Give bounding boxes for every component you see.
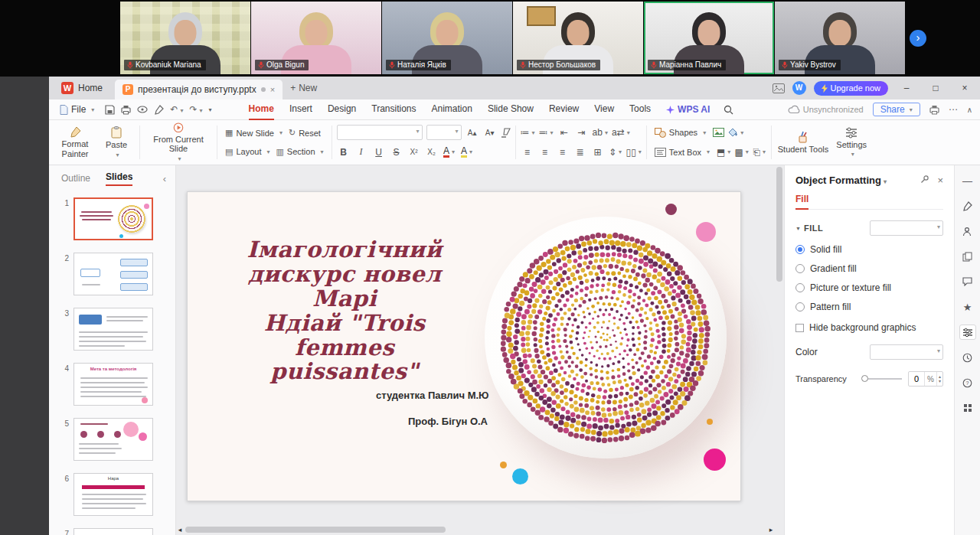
- dotted-sphere-graphic[interactable]: [485, 217, 727, 458]
- paste-button[interactable]: Paste: [96, 122, 136, 162]
- theme-skin-icon[interactable]: [773, 83, 785, 93]
- fill-option-row[interactable]: Solid fill: [795, 244, 943, 255]
- home-tab[interactable]: W Home: [49, 77, 115, 99]
- proofing-person-icon[interactable]: [959, 223, 976, 239]
- menu-review[interactable]: Review: [549, 99, 579, 120]
- line-spacing-icon[interactable]: ⇕: [609, 145, 622, 159]
- tab-slides[interactable]: Slides: [106, 171, 132, 186]
- favorites-star-icon[interactable]: ★: [959, 299, 976, 315]
- underline-button[interactable]: U: [372, 145, 386, 159]
- object-settings-icon[interactable]: [959, 325, 976, 340]
- font-color-button[interactable]: A: [443, 145, 456, 159]
- insert-picture-icon[interactable]: [713, 128, 724, 137]
- scroll-left-icon[interactable]: ◂: [176, 526, 184, 533]
- section-button[interactable]: ▥Section: [273, 143, 326, 160]
- radio-picture-texture-fill[interactable]: [795, 283, 805, 292]
- hide-background-row[interactable]: Hide background graphics: [795, 322, 943, 333]
- fill-color-icon[interactable]: [728, 126, 743, 139]
- menu-wps-ai[interactable]: WPS AI: [666, 104, 710, 115]
- comment-icon[interactable]: [959, 274, 976, 289]
- new-tab-button[interactable]: + New: [290, 83, 317, 93]
- decrease-indent-icon[interactable]: ⇤: [557, 126, 571, 139]
- more-options-icon[interactable]: ⋯: [949, 104, 958, 115]
- slide-thumbnail[interactable]: [74, 308, 153, 351]
- new-slide-button[interactable]: ▦New Slide: [222, 125, 286, 142]
- quick-print-icon[interactable]: [929, 105, 939, 115]
- distribute-icon[interactable]: ⊞: [591, 145, 605, 159]
- clear-format-icon[interactable]: [501, 128, 511, 138]
- slide-title[interactable]: Імагологічний дискурс новел Марі Ндіай "…: [218, 238, 471, 384]
- student-tools-button[interactable]: Student Tools: [775, 122, 831, 162]
- menu-design[interactable]: Design: [328, 99, 356, 120]
- strikethrough-button[interactable]: S: [390, 145, 403, 159]
- decrease-font-icon[interactable]: A▾: [483, 126, 497, 139]
- vertical-scrollbar[interactable]: [776, 167, 782, 524]
- align-left-icon[interactable]: ≡: [521, 145, 534, 159]
- panel-tab-fill[interactable]: Fill: [795, 194, 808, 210]
- font-size-select[interactable]: [426, 125, 462, 140]
- slide-professor-text[interactable]: Проф. Бігун О.А: [408, 416, 488, 427]
- arrange-icon[interactable]: ⬒: [717, 145, 730, 159]
- close-panel-icon[interactable]: ×: [937, 175, 943, 186]
- video-tile[interactable]: Наталія Яцків: [382, 2, 512, 74]
- font-name-select[interactable]: [337, 125, 423, 140]
- quick-access-caret-icon[interactable]: ▾: [209, 106, 212, 113]
- from-current-slide-button[interactable]: From Current Slide: [143, 122, 214, 162]
- menu-animation[interactable]: Animation: [432, 99, 472, 120]
- menu-insert[interactable]: Insert: [289, 99, 312, 120]
- slide-thumbnail[interactable]: [74, 418, 153, 461]
- radio-solid-fill[interactable]: [795, 245, 805, 254]
- menu-transitions[interactable]: Transitions: [371, 99, 416, 120]
- radio-gradient-fill[interactable]: [795, 264, 805, 273]
- hide-background-checkbox[interactable]: [795, 324, 804, 332]
- undo-icon[interactable]: ↶: [170, 104, 183, 115]
- video-tile[interactable]: Olga Bigun: [251, 2, 381, 74]
- menu-view[interactable]: View: [594, 99, 614, 120]
- close-tab-icon[interactable]: ×: [270, 85, 275, 94]
- close-button[interactable]: ×: [954, 83, 975, 93]
- fill-option-row[interactable]: Pattern fill: [795, 302, 943, 312]
- superscript-button[interactable]: X²: [407, 145, 421, 159]
- video-tile[interactable]: Yakiv Bystrov: [775, 2, 905, 74]
- collapse-sidebar-icon[interactable]: —: [959, 173, 976, 188]
- bold-button[interactable]: B: [337, 145, 351, 159]
- character-spacing-icon[interactable]: a⇄: [612, 126, 630, 139]
- numbered-list-icon[interactable]: ≕: [539, 126, 554, 139]
- highlight-color-button[interactable]: A: [460, 145, 474, 159]
- upgrade-now-button[interactable]: Upgrade now: [814, 81, 888, 96]
- history-clock-icon[interactable]: [959, 350, 976, 365]
- fill-option-row[interactable]: Gradient fill: [795, 263, 943, 274]
- format-brush-icon[interactable]: [154, 105, 164, 115]
- slide-author-text[interactable]: студентка Павлич М.Ю: [376, 390, 489, 401]
- video-tile[interactable]: Kovbaniuk Mariana: [120, 2, 250, 74]
- justify-icon[interactable]: ≣: [573, 145, 587, 159]
- section-collapse-icon[interactable]: ▼: [795, 226, 801, 231]
- menu-home[interactable]: Home: [249, 99, 274, 120]
- settings-button[interactable]: Settings: [831, 122, 871, 162]
- slide-thumbnail[interactable]: Мета та методологія: [74, 363, 153, 406]
- help-icon[interactable]: ?: [959, 375, 976, 390]
- increase-font-icon[interactable]: A▴: [466, 126, 479, 139]
- slide-canvas[interactable]: Імагологічний дискурс новел Марі Ндіай "…: [187, 191, 741, 501]
- print-icon[interactable]: [121, 105, 131, 115]
- text-box-button[interactable]: Text Box: [652, 144, 713, 161]
- transparency-input[interactable]: [909, 374, 924, 383]
- file-menu[interactable]: File: [60, 104, 94, 115]
- video-tile-active-speaker[interactable]: Маріанна Павлич: [644, 2, 774, 74]
- next-participants-button[interactable]: ›: [910, 30, 926, 47]
- user-avatar[interactable]: W: [792, 81, 806, 95]
- collapse-panel-icon[interactable]: ‹: [163, 173, 166, 184]
- minimize-button[interactable]: –: [896, 83, 917, 93]
- reset-button[interactable]: ↻Reset: [286, 125, 324, 142]
- print-preview-icon[interactable]: [137, 105, 148, 114]
- slide-thumbnail[interactable]: [74, 528, 153, 535]
- slide-thumbnail[interactable]: [74, 197, 153, 240]
- video-tile[interactable]: Нестор Большаков: [513, 2, 643, 74]
- search-icon[interactable]: [724, 105, 733, 115]
- document-tab[interactable]: P презентація до виступу.pptx ×: [115, 80, 283, 99]
- align-center-icon[interactable]: ≡: [538, 145, 552, 159]
- radio-pattern-fill[interactable]: [795, 302, 805, 312]
- slide-thumbnail[interactable]: Нара: [74, 473, 153, 516]
- slide-thumbnail[interactable]: [74, 253, 153, 295]
- apps-grid-icon[interactable]: [959, 400, 976, 416]
